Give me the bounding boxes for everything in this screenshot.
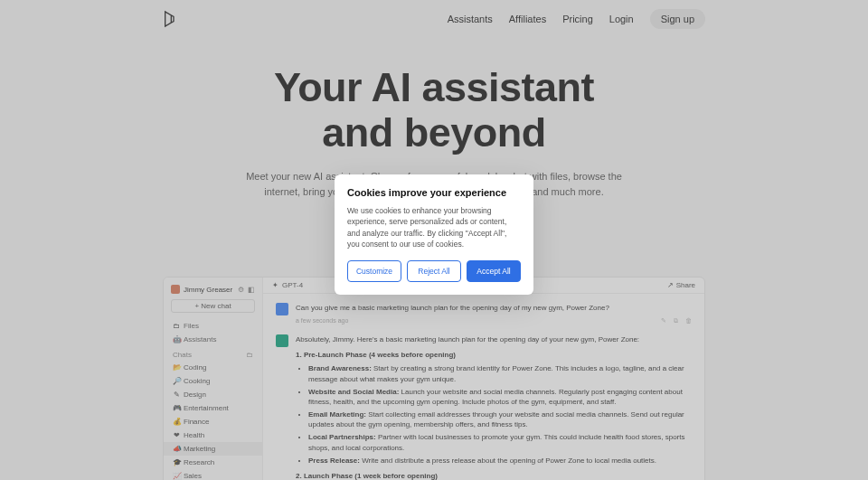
cookie-reject-button[interactable]: Reject All <box>407 260 461 282</box>
cookie-customize-button[interactable]: Customize <box>347 260 401 282</box>
cookie-title: Cookies improve your experience <box>347 187 521 198</box>
cookie-body: We use cookies to enhance your browsing … <box>347 205 521 249</box>
cookie-dialog: Cookies improve your experience We use c… <box>335 174 533 295</box>
cookie-accept-button[interactable]: Accept All <box>467 260 521 282</box>
modal-overlay: Cookies improve your experience We use c… <box>0 0 868 480</box>
